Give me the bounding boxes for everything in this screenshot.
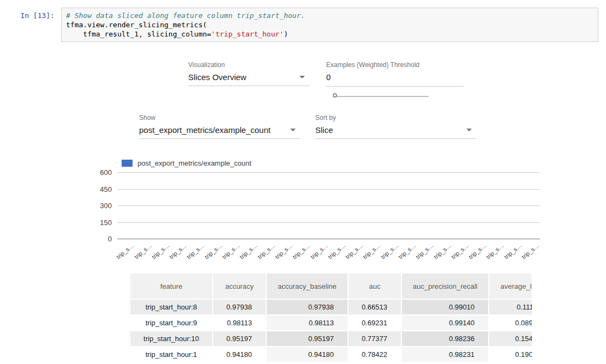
feature-cell: trip_start_hour:9 (130, 316, 212, 330)
x-tick-slot: trip_s… (311, 240, 328, 266)
metrics-table: featureaccuracyaccuracy_baselineaucauc_p… (129, 272, 532, 364)
metric-cell: 0.1111 (489, 300, 532, 314)
code-line: tfma_result_1, slicing_column='trip_star… (66, 29, 593, 39)
chevron-down-icon[interactable] (299, 76, 305, 78)
column-header[interactable]: average_los (489, 274, 532, 299)
gridline (117, 172, 540, 173)
table-row: trip_start_hour:100.951970.951970.773770… (130, 331, 532, 346)
y-tick-label: 300 (65, 202, 112, 210)
gridline (117, 189, 540, 190)
metric-cell: 0.98236 (402, 331, 488, 346)
column-header[interactable]: auc (349, 274, 401, 299)
metric-cell: 0.99010 (402, 300, 488, 314)
x-tick-slot: trip_s… (170, 240, 188, 266)
metric-cell: 0.0892 (489, 316, 532, 330)
x-tick-label: trip_s… (291, 242, 311, 260)
x-tick-label: trip_s… (185, 242, 206, 260)
code-editor[interactable]: # Show data sliced along feature column … (61, 8, 598, 42)
gridline (117, 222, 540, 223)
metric-cell: 0.99140 (402, 316, 488, 330)
code-segment-string: 'trip_start_hour' (211, 30, 284, 38)
metric-cell: 0.95197 (267, 331, 347, 346)
visualization-label: Visualization (188, 61, 309, 69)
visualization-select[interactable]: Slices Overview (188, 72, 309, 86)
plot-area (117, 173, 540, 239)
x-tick-slot: trip_s… (258, 240, 275, 266)
x-tick-label: trip_s… (203, 242, 224, 260)
x-tick-label: trip_s… (309, 242, 329, 260)
column-header[interactable]: accuracy (213, 274, 266, 299)
threshold-slider[interactable] (333, 93, 429, 100)
x-axis-labels: trip_s…trip_s…trip_s…trip_s…trip_s…trip_… (117, 240, 540, 266)
x-tick-slot: trip_s… (153, 240, 170, 266)
table-header-row: featureaccuracyaccuracy_baselineaucauc_p… (130, 274, 532, 299)
threshold-input[interactable] (326, 72, 464, 82)
sort-label: Sort by (315, 114, 476, 122)
code-segment-plain: ) (284, 30, 288, 38)
x-tick-label: trip_s… (256, 242, 276, 260)
metric-cell: 0.98231 (402, 347, 488, 362)
x-tick-slot: trip_s… (329, 240, 346, 266)
x-tick-label: trip_s… (467, 242, 488, 260)
metric-cell: 0.94180 (213, 347, 266, 362)
show-metric-dropdown: Show post_export_metrics/example_count (139, 114, 300, 139)
cell-prompt: In [13]: (0, 8, 61, 42)
x-tick-label: trip_s… (520, 242, 541, 260)
code-segment-plain: tfma.view.render_slicing_metrics( (66, 21, 207, 29)
metrics-table-el: featureaccuracyaccuracy_baselineaucauc_p… (129, 272, 532, 363)
code-segment-comment: # Show data sliced along feature column … (66, 11, 305, 20)
sort-by-dropdown: Sort by Slice (315, 114, 476, 139)
x-tick-label: trip_s… (151, 242, 171, 260)
x-tick-label: trip_s… (274, 242, 294, 260)
x-tick-slot: trip_s… (434, 240, 452, 266)
show-select[interactable]: post_export_metrics/example_count (139, 125, 300, 139)
x-tick-slot: trip_s… (293, 240, 311, 266)
slider-track[interactable] (336, 96, 429, 97)
x-tick-label: trip_s… (344, 242, 364, 260)
y-tick-label: 450 (65, 185, 112, 194)
metric-cell: 0.78422 (349, 347, 401, 362)
x-tick-label: trip_s… (415, 242, 435, 260)
sort-value: Slice (315, 125, 476, 135)
x-tick-slot: trip_s… (381, 240, 399, 266)
x-tick-label: trip_s… (397, 242, 417, 260)
x-tick-slot: trip_s… (346, 240, 364, 266)
feature-cell: trip_start_hour:10 (130, 331, 212, 346)
x-tick-slot: trip_s… (223, 240, 241, 266)
x-tick-label: trip_s… (115, 242, 135, 260)
x-tick-slot: trip_s… (399, 240, 417, 266)
x-tick-slot: trip_s… (487, 240, 505, 266)
x-tick-label: trip_s… (168, 242, 188, 260)
metric-cell: 0.97938 (213, 300, 266, 314)
x-tick-slot: trip_s… (276, 240, 293, 266)
metric-cell: 0.77377 (349, 331, 401, 346)
x-tick-label: trip_s… (133, 242, 153, 260)
threshold-field[interactable] (326, 72, 464, 87)
x-tick-label: trip_s… (362, 242, 382, 260)
x-tick-slot: trip_s… (505, 240, 523, 266)
column-header[interactable]: accuracy_baseline (267, 274, 347, 299)
metric-cell: 0.98113 (267, 316, 347, 330)
threshold-control: Examples (Weighted) Threshold (326, 61, 464, 87)
slider-knob[interactable] (333, 93, 337, 98)
code-lines: # Show data sliced along feature column … (66, 11, 593, 39)
x-tick-label: trip_s… (485, 242, 505, 260)
metric-cell: 0.94180 (267, 347, 347, 362)
x-tick-slot: trip_s… (205, 240, 223, 266)
x-tick-slot: trip_s… (135, 240, 152, 266)
y-tick-label: 150 (65, 219, 112, 227)
feature-cell: trip_start_hour:1 (130, 347, 212, 362)
table-row: trip_start_hour:90.981130.981130.692310.… (130, 316, 532, 330)
column-header[interactable]: auc_precision_recall (402, 274, 488, 299)
sort-select[interactable]: Slice (315, 125, 476, 139)
x-tick-label: trip_s… (503, 242, 523, 260)
y-tick-label: 0 (65, 235, 112, 244)
chevron-down-icon[interactable] (466, 129, 472, 131)
table-row: trip_start_hour:10.941800.941800.784220.… (130, 347, 532, 362)
x-tick-slot: trip_s… (241, 240, 258, 266)
x-tick-label: trip_s… (450, 242, 470, 260)
x-tick-slot: trip_s… (452, 240, 470, 266)
x-tick-slot: trip_s… (117, 240, 135, 266)
column-header[interactable]: feature (130, 274, 212, 299)
chevron-down-icon[interactable] (290, 129, 296, 131)
